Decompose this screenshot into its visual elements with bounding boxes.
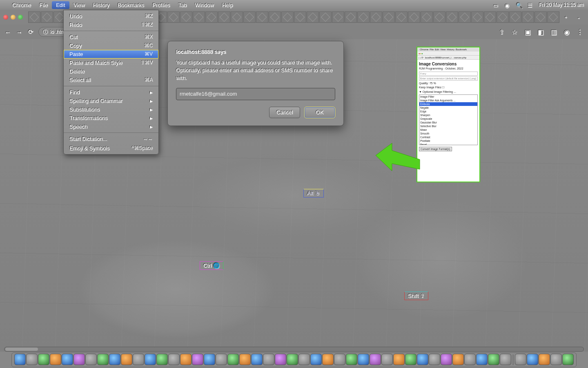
dock-app-icon[interactable]	[452, 354, 464, 365]
menu-window[interactable]: Window	[191, 1, 218, 9]
dock-app-icon[interactable]	[275, 354, 286, 365]
browser-tab[interactable]	[421, 11, 433, 23]
dock-app-icon[interactable]	[393, 354, 405, 365]
menu-item-undo[interactable]: Undo⌘Z	[64, 12, 158, 20]
dock-app-icon[interactable]	[476, 354, 488, 365]
dock-app-icon[interactable]	[488, 354, 499, 365]
dock-app-icon[interactable]	[62, 354, 73, 365]
menu-item-spelling-and-grammar[interactable]: Spelling and Grammar▸	[64, 96, 158, 105]
browser-tab[interactable]	[180, 11, 192, 23]
browser-tab[interactable]	[218, 11, 230, 23]
dock-app-icon[interactable]	[515, 354, 526, 365]
wifi-icon[interactable]: ◉	[505, 2, 511, 7]
menu-edit[interactable]: Edit	[52, 1, 69, 9]
dock-app-icon[interactable]	[227, 354, 239, 365]
menu-tab[interactable]: Tab	[174, 1, 191, 9]
browser-tab[interactable]	[231, 11, 243, 23]
menu-item-cut[interactable]: Cut⌘X	[64, 33, 158, 41]
menu-view[interactable]: View	[69, 1, 89, 9]
cancel-button[interactable]: Cancel	[269, 107, 300, 118]
dock-app-icon[interactable]	[358, 354, 369, 365]
dock-app-icon[interactable]	[263, 354, 274, 365]
menubar-app[interactable]: Chrome	[8, 1, 35, 9]
reload-button[interactable]: ⟳	[27, 28, 34, 36]
browser-tab[interactable]	[307, 11, 319, 23]
menu-item-redo[interactable]: Redo⇧⌘Z	[64, 20, 158, 29]
dock-app-icon[interactable]	[562, 354, 574, 365]
dock-app-icon[interactable]	[334, 354, 345, 365]
menu-profiles[interactable]: Profiles	[148, 1, 174, 9]
window-traffic-lights[interactable]	[3, 15, 23, 20]
browser-tab[interactable]	[294, 11, 306, 23]
browser-tab[interactable]	[243, 11, 256, 23]
browser-tab[interactable]	[484, 11, 496, 23]
control-center-icon[interactable]: ☰	[528, 2, 534, 7]
bookmark-star-icon[interactable]: ☆	[510, 28, 519, 36]
dock-app-icon[interactable]	[121, 354, 132, 365]
dock-app-icon[interactable]	[322, 354, 334, 365]
dock-app-icon[interactable]	[26, 354, 38, 365]
dock-app-icon[interactable]	[429, 354, 440, 365]
menu-item-find[interactable]: Find▸	[64, 88, 158, 96]
browser-tab[interactable]	[167, 11, 180, 23]
dock-app-icon[interactable]	[216, 354, 227, 365]
browser-tab[interactable]	[193, 11, 205, 23]
dock-app-icon[interactable]	[109, 354, 120, 365]
dock-app-icon[interactable]	[417, 354, 428, 365]
ok-button[interactable]: OK	[304, 107, 335, 118]
browser-tab[interactable]	[471, 11, 483, 23]
menu-item-delete[interactable]: Delete	[64, 67, 158, 76]
new-tab-button[interactable]: +	[560, 11, 572, 23]
menu-item-transformations[interactable]: Transformations▸	[64, 114, 158, 122]
dock-app-icon[interactable]	[405, 354, 416, 365]
menu-item-start-dictation-[interactable]: Start Dictation...～～	[64, 135, 158, 144]
dock-app-icon[interactable]	[527, 354, 538, 365]
extension-icon[interactable]: ◧	[537, 28, 545, 36]
browser-tab[interactable]	[205, 11, 218, 23]
browser-tab[interactable]	[459, 11, 471, 23]
menu-item-copy[interactable]: Copy⌘C	[64, 41, 158, 50]
tab-overflow-icon[interactable]: ⌄	[572, 11, 585, 23]
dock-app-icon[interactable]	[180, 354, 192, 365]
browser-tab[interactable]	[547, 11, 559, 23]
browser-tab[interactable]	[269, 11, 281, 23]
dock-app-icon[interactable]	[370, 354, 381, 365]
horizontal-scrollbar[interactable]	[4, 347, 584, 352]
menu-item-emoji-symbols[interactable]: Emoji & Symbols^⌘Space	[64, 144, 158, 153]
browser-tab[interactable]	[446, 11, 458, 23]
browser-tab[interactable]	[370, 11, 382, 23]
share-icon[interactable]: ⇧	[497, 28, 506, 36]
dock-app-icon[interactable]	[464, 354, 476, 365]
dock-app-icon[interactable]	[298, 354, 310, 365]
site-info-icon[interactable]: ⓘ	[43, 29, 48, 36]
dock-app-icon[interactable]	[251, 354, 263, 365]
menu-item-paste[interactable]: Paste⌘V	[64, 50, 158, 58]
dock-app-icon[interactable]	[287, 354, 298, 365]
side-panel-icon[interactable]: ▥	[550, 28, 558, 36]
browser-tab[interactable]	[319, 11, 332, 23]
dock-app-icon[interactable]	[346, 354, 357, 365]
dock-app-icon[interactable]	[74, 354, 85, 365]
dock-app-icon[interactable]	[168, 354, 180, 365]
browser-tab[interactable]	[28, 11, 40, 23]
browser-tab[interactable]	[357, 11, 370, 23]
browser-tab[interactable]	[433, 11, 445, 23]
browser-tab[interactable]	[408, 11, 420, 23]
browser-tab[interactable]	[41, 11, 53, 23]
menu-file[interactable]: File	[35, 1, 52, 9]
dock-app-icon[interactable]	[156, 354, 168, 365]
chrome-menu-icon[interactable]: ⋮	[576, 28, 584, 36]
browser-tab[interactable]	[522, 11, 534, 23]
dock-app-icon[interactable]	[239, 354, 251, 365]
browser-tab[interactable]	[332, 11, 344, 23]
dock-app-icon[interactable]	[14, 354, 26, 365]
menubar-clock[interactable]: Fri 20 May 11:15 am	[539, 2, 584, 8]
dock-app-icon[interactable]	[550, 354, 562, 365]
dock-app-icon[interactable]	[441, 354, 452, 365]
forward-button[interactable]: →	[16, 29, 23, 36]
browser-tab[interactable]	[345, 11, 357, 23]
dock-app-icon[interactable]	[500, 354, 511, 365]
menu-bookmarks[interactable]: Bookmarks	[114, 1, 148, 9]
browser-tab[interactable]	[497, 11, 509, 23]
battery-icon[interactable]: ▭	[493, 2, 500, 7]
